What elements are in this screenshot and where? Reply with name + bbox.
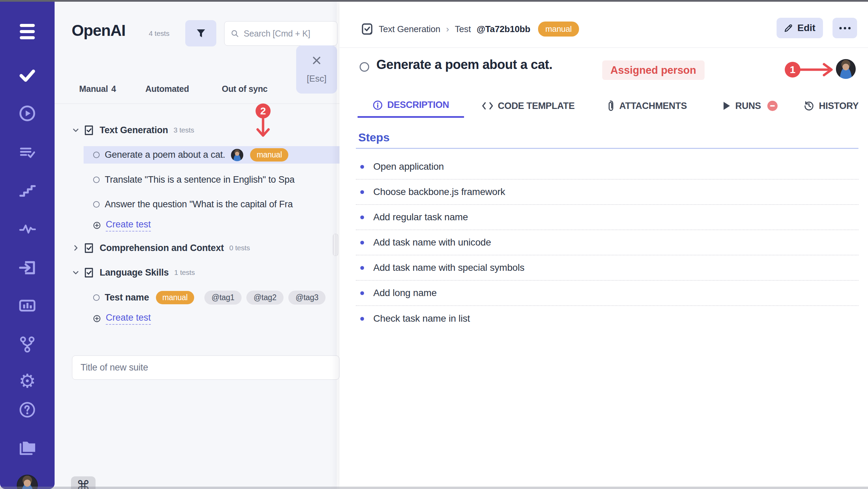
ellipsis-icon — [839, 27, 842, 29]
test-row-answer-question[interactable]: Answer the question "What is the capital… — [55, 195, 339, 213]
manual-badge: manual — [156, 291, 194, 304]
info-icon — [373, 100, 383, 110]
breadcrumb-suite-link[interactable]: Text Generation — [379, 24, 440, 34]
project-tests-count: 4 tests — [149, 29, 169, 38]
filter-button[interactable] — [185, 20, 216, 46]
tag-pill[interactable]: @tag3 — [288, 291, 326, 305]
chevron-down-icon — [72, 269, 79, 276]
suite-name: Text Generation — [100, 125, 168, 136]
sidebar-item-activity[interactable] — [0, 219, 55, 239]
suite-row-comprehension[interactable]: Comprehension and Context 0 tests — [55, 239, 339, 257]
suite-name: Comprehension and Context — [100, 243, 224, 253]
app-sidebar: ⚙ — [0, 0, 55, 489]
sidebar-item-test-runs[interactable] — [0, 103, 55, 124]
paperclip-icon — [606, 100, 615, 112]
tab-runs[interactable]: RUNS — [723, 94, 778, 118]
sidebar-item-help[interactable] — [0, 400, 55, 420]
tab-automated[interactable]: Automated — [145, 74, 189, 103]
code-icon — [482, 101, 493, 110]
play-icon — [723, 101, 731, 111]
sidebar-item-tests[interactable] — [0, 65, 55, 85]
horizontal-scrollbar[interactable] — [0, 487, 868, 489]
bullet-icon — [360, 190, 364, 194]
drawer-resize-handle[interactable] — [333, 234, 338, 256]
play-circle-icon — [19, 105, 36, 122]
breadcrumb: Text Generation › Test @Ta72b10bb manual — [361, 20, 579, 38]
project-title: OpenAI — [72, 21, 126, 40]
tab-history[interactable]: HISTORY — [804, 94, 858, 118]
esc-hint-label: [Esc] — [307, 73, 327, 84]
sign-in-icon — [18, 259, 36, 277]
sidebar-item-milestones[interactable] — [0, 181, 55, 201]
suite-row-language-skills[interactable]: Language Skills 1 tests — [55, 264, 339, 281]
suite-document-icon — [84, 267, 93, 278]
step-item: Open application — [356, 154, 858, 180]
sidebar-item-projects[interactable] — [0, 437, 55, 458]
test-detail-panel: Text Generation › Test @Ta72b10bb manual… — [339, 0, 868, 489]
assignee-avatar — [231, 149, 243, 161]
tab-attachments[interactable]: ATTACHMENTS — [606, 94, 687, 118]
test-row-translate[interactable]: Translate "This is a sentence in English… — [55, 171, 339, 188]
create-test-link[interactable]: Create test — [55, 216, 339, 234]
search-input[interactable] — [244, 29, 331, 39]
tab-code-template[interactable]: CODE TEMPLATE — [482, 94, 575, 118]
step-item: Add task name with special symbols — [356, 255, 858, 281]
test-status-icon — [93, 152, 100, 158]
steps-heading-rule — [356, 148, 858, 149]
tag-pill[interactable]: @tag2 — [246, 291, 284, 305]
tag-pill[interactable]: @tag1 — [204, 291, 242, 305]
breadcrumb-separator: › — [446, 24, 449, 34]
plus-circle-icon — [93, 222, 101, 229]
assignee-avatar[interactable] — [836, 59, 856, 79]
sidebar-item-sign-in[interactable] — [0, 257, 55, 278]
suite-row-text-generation[interactable]: Text Generation 3 tests — [55, 121, 339, 139]
hamburger-menu-button[interactable] — [0, 21, 55, 42]
history-clock-icon — [804, 100, 814, 111]
test-name: Test name — [105, 292, 149, 303]
close-drawer-button[interactable]: [Esc] — [296, 45, 337, 94]
header-divider — [339, 47, 868, 48]
bullet-icon — [360, 291, 364, 295]
detail-tabs: DESCRIPTION CODE TEMPLATE ATTACHMENTS RU… — [339, 94, 868, 118]
create-test-link[interactable]: Create test — [55, 310, 339, 327]
activity-pulse-icon — [18, 220, 36, 238]
new-suite-title-input[interactable] — [72, 355, 339, 380]
tab-out-of-sync[interactable]: Out of sync — [222, 74, 267, 103]
tab-description[interactable]: DESCRIPTION — [358, 94, 464, 118]
bullet-icon — [360, 317, 364, 321]
suite-document-icon — [84, 125, 93, 136]
sidebar-item-test-plans[interactable] — [0, 142, 55, 163]
sidebar-item-settings[interactable]: ⚙ — [0, 371, 55, 391]
edit-button[interactable]: Edit — [777, 18, 823, 38]
manual-badge: manual — [538, 22, 579, 37]
more-options-button[interactable] — [833, 18, 857, 38]
test-status-icon — [360, 62, 369, 72]
sidebar-item-versions[interactable] — [0, 334, 55, 354]
sidebar-item-reports[interactable] — [0, 295, 55, 316]
bar-chart-icon — [18, 297, 36, 315]
tab-manual-count: 4 — [111, 84, 116, 94]
test-status-icon — [93, 201, 100, 208]
list-check-icon — [19, 144, 36, 161]
close-icon — [311, 55, 322, 66]
tab-manual[interactable]: Manual 4 — [79, 74, 116, 103]
manual-badge: manual — [250, 148, 288, 162]
chevron-down-icon — [72, 126, 79, 134]
step-item: Check task name in list — [356, 306, 858, 331]
test-document-icon — [361, 23, 373, 35]
steps-stairs-icon — [19, 182, 36, 199]
test-row-generate-poem[interactable]: Generate a poem about a cat. manual — [84, 146, 339, 164]
pencil-icon — [784, 24, 793, 32]
step-item: Add task name with unicode — [356, 230, 858, 255]
breadcrumb-test-id: @Ta72b10bb — [477, 24, 530, 34]
step-item: Add regular task name — [356, 205, 858, 230]
bullet-icon — [360, 165, 364, 169]
window-top-edge — [0, 0, 868, 2]
test-row-test-name[interactable]: Test name manual @tag1 @tag2 @tag3 — [55, 289, 339, 306]
gear-icon: ⚙ — [19, 372, 36, 391]
suite-count: 1 tests — [174, 268, 195, 277]
steps-list: Open application Choose backbone.js fram… — [356, 154, 858, 331]
test-name: Translate "This is a sentence in English… — [105, 174, 294, 185]
test-title: Generate a poem about a cat. — [376, 57, 552, 72]
search-box — [224, 21, 337, 46]
